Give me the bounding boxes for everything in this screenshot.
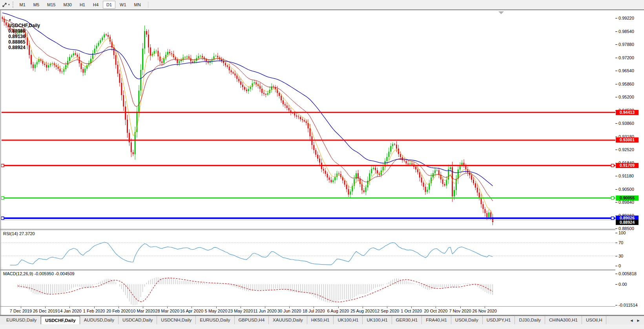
candle-bear: [285, 104, 286, 105]
line-handle[interactable]: [1, 164, 4, 167]
candle-bear: [231, 70, 232, 72]
chart-tab-usdcad-daily[interactable]: USDCAD,Daily: [119, 316, 157, 325]
rsi-tick-label: 0: [618, 263, 621, 268]
chart-tab-ger30-h1[interactable]: GER30,H1: [392, 316, 422, 325]
candle-bear: [404, 160, 405, 161]
line-handle[interactable]: [611, 217, 614, 219]
line-handle[interactable]: [611, 197, 614, 199]
chart-tab-eurusd-daily[interactable]: EURUSD,Daily: [196, 316, 234, 325]
timeframe-button-m15[interactable]: M15: [44, 1, 59, 9]
rsi-value: 27.3720: [19, 231, 35, 236]
candle-bull: [332, 180, 334, 182]
chart-tab-usdjpy-h1[interactable]: USDJPY,H1: [483, 316, 515, 325]
chart-tab-gbpusd-h4[interactable]: GBPUSD,H4: [235, 316, 269, 325]
chart-tab-fra40-h1[interactable]: FRA40,H1: [422, 316, 451, 325]
candle-bear: [411, 163, 412, 164]
price-tick-label: 0.89840: [618, 200, 634, 205]
candle-bear: [292, 113, 293, 113]
price-tick-label: 0.98540: [618, 29, 634, 34]
candle-bear: [82, 69, 84, 73]
candle-bear: [129, 133, 130, 142]
candle-bear: [415, 167, 416, 170]
price-tick-label: 0.91180: [618, 174, 634, 178]
price-level-badge: 0.93001: [616, 137, 639, 143]
candle-bear: [440, 175, 441, 179]
price-axis[interactable]: 0.992200.985400.978800.972000.965400.958…: [615, 10, 644, 315]
date-axis[interactable]: 7 Dec 201926 Dec 201914 Jan 20201 Feb 20…: [1, 307, 615, 315]
timeframe-button-w1[interactable]: W1: [116, 1, 130, 9]
timeframe-button-m5[interactable]: M5: [30, 1, 43, 9]
price-chart-canvas[interactable]: [1, 10, 615, 229]
chart-tab-uk100-h1[interactable]: UK100,H1: [334, 316, 363, 325]
candle-bear: [150, 48, 151, 56]
rsi-tick-mark: [615, 243, 617, 243]
panel-divider[interactable]: [0, 230, 615, 230]
candle-bear: [467, 169, 468, 172]
candle-bear: [148, 35, 149, 48]
price-level-badge: 0.91709: [616, 163, 639, 168]
tab-scroll-right-icon[interactable]: ▶: [637, 319, 640, 322]
price-tick-mark: [615, 84, 617, 84]
candle-bull: [194, 61, 195, 62]
candle-bear: [217, 56, 218, 57]
candle-bear: [240, 81, 241, 85]
cursor-tool-icon[interactable]: [2, 2, 8, 8]
chart-tab-usoil-daily[interactable]: USOil,Daily: [451, 316, 483, 325]
rsi-chart-canvas[interactable]: [1, 230, 615, 269]
date-tick-mark: [241, 307, 241, 308]
date-tick-label: 6 Aug 2020: [327, 309, 349, 313]
candle-bear: [106, 34, 107, 35]
candle-bull: [383, 166, 384, 170]
macd-tick-label: 0.00: [618, 282, 627, 287]
candle-bear: [294, 113, 295, 115]
chart-tab-dj30-daily[interactable]: DJ30,Daily: [515, 316, 545, 325]
candle-bear: [233, 72, 234, 73]
chart-tab-usdcnh-daily[interactable]: USDCNH,Daily: [157, 316, 196, 325]
candle-bear: [80, 63, 82, 69]
chart-tab-usoil-h[interactable]: USOil,H: [582, 316, 607, 325]
candle-bull: [456, 179, 457, 190]
chart-tab-hk50-h1[interactable]: HK50,H1: [307, 316, 334, 325]
candle-bear: [60, 69, 61, 71]
timeframe-button-h1[interactable]: H1: [76, 1, 89, 9]
candle-bull: [184, 57, 186, 57]
timeframe-button-m1[interactable]: M1: [16, 1, 29, 9]
chart-shift-marker-icon[interactable]: [498, 11, 504, 14]
chart-menu-icon[interactable]: ▼: [8, 18, 11, 22]
timeframe-button-mn[interactable]: MN: [131, 1, 144, 9]
chart-tab-eurusd-daily[interactable]: EURUSD,Daily: [2, 316, 41, 325]
candle-bull: [163, 58, 164, 63]
candle-bear: [31, 55, 32, 64]
chart-tab-audusd-daily[interactable]: AUDUSD,Daily: [80, 316, 119, 325]
candle-bull: [267, 93, 268, 95]
status-strip: [0, 324, 644, 329]
chevron-down-icon[interactable]: ▾: [8, 3, 10, 6]
candle-bear: [306, 121, 307, 123]
line-handle[interactable]: [1, 217, 4, 219]
candle-bear: [317, 155, 318, 159]
panel-divider[interactable]: [0, 269, 615, 270]
chart-tab-usdchf-daily[interactable]: USDCHF,Daily: [41, 316, 80, 325]
macd-tick-mark: [615, 274, 617, 274]
candle-bull: [427, 190, 428, 192]
date-tick-mark: [94, 307, 95, 308]
candle-bear: [396, 144, 397, 148]
line-handle[interactable]: [1, 197, 4, 199]
timeframe-button-h4[interactable]: H4: [89, 1, 102, 9]
line-handle[interactable]: [611, 164, 614, 167]
toolbar-grip[interactable]: [13, 2, 13, 8]
timeframe-button-m30[interactable]: M30: [60, 1, 75, 9]
date-tick-label: 25 Aug 2020: [350, 309, 375, 313]
macd-chart-canvas[interactable]: [1, 271, 615, 306]
price-tick-mark: [615, 137, 617, 137]
candle-bear: [58, 67, 59, 69]
price-tick-label: 0.90500: [618, 187, 634, 192]
rsi-line: [10, 242, 493, 265]
candle-bear: [377, 170, 378, 174]
panel-divider[interactable]: [0, 229, 615, 229]
chart-tab-china300-h1[interactable]: CHINA300,H1: [545, 316, 582, 325]
timeframe-button-d1[interactable]: D1: [103, 1, 115, 9]
tab-scroll-left-icon[interactable]: ◀: [630, 319, 633, 322]
chart-tab-xauusd-daily[interactable]: XAUUSD,Daily: [269, 316, 307, 325]
chart-tab-uk100-h1[interactable]: UK100,H1: [363, 316, 392, 325]
